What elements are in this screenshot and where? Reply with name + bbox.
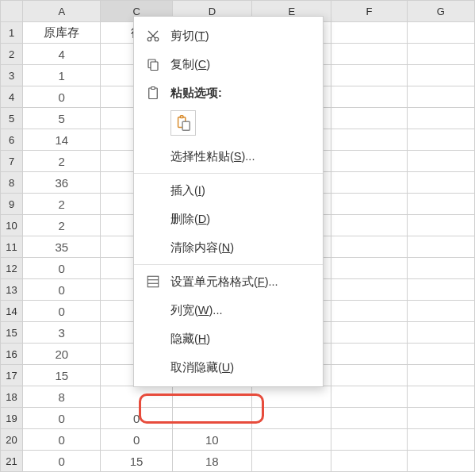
cell[interactable]: 8 [23,386,101,408]
row-header[interactable]: 19 [1,408,23,429]
cell[interactable] [331,408,407,429]
cell[interactable] [331,322,407,344]
cell[interactable] [331,151,407,172]
cell[interactable]: 5 [23,108,101,129]
cell[interactable] [331,194,407,215]
row-header[interactable]: 2 [1,44,23,65]
cell[interactable] [331,44,407,65]
menu-cut[interactable]: 剪切(T) [134,21,323,50]
cell[interactable] [407,129,474,151]
cell[interactable] [407,172,474,194]
cell[interactable] [407,151,474,172]
cell[interactable] [407,408,474,429]
cell[interactable] [407,344,474,365]
cell[interactable] [331,279,407,301]
cell[interactable] [252,386,331,408]
cell[interactable]: 10 [172,429,251,451]
cell[interactable] [101,386,172,408]
cell[interactable] [331,258,407,279]
cell[interactable] [407,65,474,86]
cell[interactable] [331,386,407,408]
cell[interactable] [331,365,407,386]
menu-col-width[interactable]: 列宽(W)... [134,296,323,324]
row-header[interactable]: 18 [1,386,23,408]
menu-hide[interactable]: 隐藏(H) [134,324,323,353]
cell[interactable]: 0 [101,429,172,451]
menu-paste-special[interactable]: 选择性粘贴(S)... [134,142,323,171]
cell[interactable] [172,386,251,408]
cell[interactable] [407,86,474,108]
cell[interactable]: 0 [23,408,101,429]
cell[interactable] [407,236,474,258]
cell[interactable] [331,22,407,44]
row-header[interactable]: 1 [1,22,23,44]
cell[interactable] [407,301,474,322]
cell[interactable] [331,86,407,108]
cell[interactable]: 原库存 [23,22,101,44]
cell[interactable] [407,108,474,129]
cell[interactable]: 0 [23,86,101,108]
cell[interactable] [407,365,474,386]
row-header[interactable]: 8 [1,172,23,194]
cell[interactable]: 2 [23,215,101,236]
row-header[interactable]: 17 [1,365,23,386]
row-header[interactable]: 9 [1,194,23,215]
cell[interactable]: 0 [23,258,101,279]
cell[interactable]: 2 [23,194,101,215]
cell[interactable]: 2 [23,151,101,172]
cell[interactable]: 0 [101,408,172,429]
cell[interactable] [407,279,474,301]
row-header[interactable]: 3 [1,65,23,86]
cell[interactable]: 35 [23,236,101,258]
cell[interactable] [252,429,331,451]
cell[interactable]: 36 [23,172,101,194]
cell[interactable] [331,301,407,322]
cell[interactable]: 14 [23,129,101,151]
cell[interactable] [407,258,474,279]
cell[interactable] [407,22,474,44]
cell[interactable] [407,44,474,65]
row-header[interactable]: 10 [1,215,23,236]
cell[interactable]: 20 [23,344,101,365]
cell[interactable]: 0 [23,451,101,472]
menu-delete[interactable]: 删除(D) [134,205,323,233]
cell[interactable] [407,429,474,451]
cell[interactable]: 15 [23,365,101,386]
cell[interactable]: 3 [23,322,101,344]
cell[interactable] [331,344,407,365]
row-header[interactable]: 14 [1,301,23,322]
col-header-g[interactable]: G [407,1,474,22]
cell[interactable] [252,408,331,429]
cell[interactable]: 0 [23,279,101,301]
menu-clear[interactable]: 清除内容(N) [134,233,323,262]
menu-insert[interactable]: 插入(I) [134,176,323,205]
col-header-f[interactable]: F [331,1,407,22]
row-header[interactable]: 5 [1,108,23,129]
menu-copy[interactable]: 复制(C) [134,50,323,79]
cell[interactable] [407,386,474,408]
cell[interactable]: 0 [23,429,101,451]
cell[interactable] [172,408,251,429]
select-all-corner[interactable] [1,1,23,22]
row-header[interactable]: 11 [1,236,23,258]
cell[interactable] [331,108,407,129]
menu-format-cells[interactable]: 设置单元格格式(F)... [134,267,323,296]
cell[interactable] [407,322,474,344]
cell[interactable] [331,215,407,236]
row-header[interactable]: 15 [1,322,23,344]
cell[interactable] [331,129,407,151]
col-header-a[interactable]: A [23,1,101,22]
row-header[interactable]: 16 [1,344,23,365]
paste-option-default[interactable] [170,110,196,136]
cell[interactable] [407,215,474,236]
cell[interactable] [407,194,474,215]
cell[interactable]: 15 [101,451,172,472]
cell[interactable]: 18 [172,451,251,472]
cell[interactable]: 1 [23,65,101,86]
cell[interactable]: 4 [23,44,101,65]
cell[interactable]: 0 [23,301,101,322]
row-header[interactable]: 21 [1,451,23,472]
row-header[interactable]: 4 [1,86,23,108]
row-header[interactable]: 20 [1,429,23,451]
row-header[interactable]: 7 [1,151,23,172]
